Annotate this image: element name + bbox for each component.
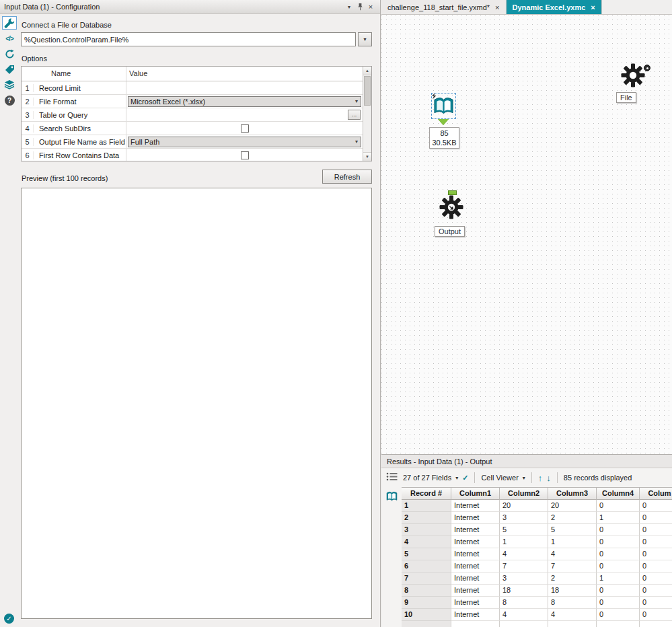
option-row-number: 4: [22, 124, 34, 133]
apply-check-icon[interactable]: ✓: [462, 474, 468, 482]
input-anchor-icon[interactable]: [448, 190, 457, 195]
option-checkbox[interactable]: [241, 151, 249, 159]
xml-view-icon[interactable]: </>: [2, 32, 17, 45]
option-name: Output File Name as Field: [34, 138, 126, 146]
results-column-header[interactable]: Column4: [597, 488, 640, 500]
options-row[interactable]: 1Record Limit: [22, 81, 363, 95]
layers-tab-icon[interactable]: [2, 78, 17, 91]
document-tab-bar: challenge_118_start_file.yxmd* × Dynamic…: [381, 0, 672, 15]
results-row[interactable]: 10Internet4400: [402, 609, 672, 621]
data-cell: 0: [640, 609, 672, 621]
data-cell: 0: [640, 536, 672, 548]
configuration-panel-title: Input Data (1) - Configuration: [4, 3, 344, 11]
options-row[interactable]: 4Search SubDirs: [22, 122, 363, 135]
options-row[interactable]: 6First Row Contains Data: [22, 149, 363, 161]
results-row[interactable]: 7Internet3210: [402, 573, 672, 585]
results-column-header[interactable]: Record #: [402, 488, 451, 500]
results-column-header[interactable]: Colum: [640, 488, 672, 500]
arrow-up-icon[interactable]: ↑: [538, 473, 543, 483]
preview-label: Preview (first 100 records): [22, 174, 322, 182]
results-row[interactable]: 4Internet1100: [402, 536, 672, 548]
input-data-mini-icon[interactable]: [386, 490, 398, 501]
fields-summary[interactable]: 27 of 27 Fields: [403, 474, 451, 482]
panel-menu-caret-icon[interactable]: ▾: [344, 1, 354, 12]
results-row-partial[interactable]: [402, 621, 672, 627]
option-value-cell[interactable]: Microsoft Excel (*.xlsx)▾: [126, 95, 363, 108]
close-tab-icon[interactable]: ×: [495, 3, 499, 11]
tab-challenge-workflow[interactable]: challenge_118_start_file.yxmd* ×: [381, 0, 507, 14]
data-cell: 1: [597, 512, 640, 524]
results-column-header[interactable]: Column1: [451, 488, 500, 500]
annotation-line-2: 30.5KB: [430, 138, 459, 147]
option-value-cell[interactable]: ...: [126, 108, 363, 121]
scroll-up-icon[interactable]: ▲: [363, 67, 371, 75]
results-row[interactable]: 2Internet3210: [402, 512, 672, 524]
results-row[interactable]: 5Internet4400: [402, 548, 672, 560]
option-checkbox[interactable]: [241, 124, 249, 133]
option-dropdown[interactable]: Full Path▾: [128, 137, 361, 147]
results-column-header[interactable]: Column3: [548, 488, 597, 500]
option-value-cell[interactable]: [126, 149, 363, 161]
file-path-input[interactable]: %Question.ControlParam.File%: [21, 32, 356, 46]
scrollbar-thumb[interactable]: [364, 76, 371, 106]
data-cell: 0: [597, 585, 640, 597]
toolbar-separator: [474, 472, 475, 483]
results-row[interactable]: 1Internet202000: [402, 500, 672, 512]
options-row[interactable]: 2File FormatMicrosoft Excel (*.xlsx)▾: [22, 95, 363, 108]
configuration-panel: Input Data (1) - Configuration ▾ × </>: [0, 0, 381, 627]
results-row[interactable]: 3Internet5500: [402, 524, 672, 536]
annotation-line-1: 85: [430, 128, 459, 138]
fields-dropdown-caret-icon[interactable]: ▾: [455, 475, 458, 481]
control-parameter-tool[interactable]: [621, 63, 648, 89]
options-scrollbar[interactable]: ▲ ▼: [363, 67, 371, 161]
tab-dynamic-excel-macro[interactable]: Dynamic Excel.yxmc ×: [507, 0, 602, 14]
data-cell: 1: [500, 536, 548, 548]
record-number-cell: 5: [402, 548, 451, 560]
annotation-tab-icon[interactable]: [2, 63, 17, 76]
option-name: Table or Query: [34, 111, 126, 119]
workflow-canvas[interactable]: File 85 30.5KB Output: [381, 15, 672, 454]
results-row[interactable]: 6Internet7700: [402, 560, 672, 573]
scroll-down-icon[interactable]: ▼: [363, 152, 371, 161]
browse-button[interactable]: ...: [348, 110, 361, 120]
record-number-cell: 8: [402, 585, 451, 597]
field-list-icon[interactable]: [386, 472, 398, 481]
refresh-button[interactable]: Refresh: [322, 170, 372, 184]
file-dropdown-button[interactable]: ▾: [358, 32, 372, 46]
data-cell: Internet: [451, 573, 500, 585]
chevron-down-icon: ▾: [355, 98, 359, 104]
lightning-anchor-icon: [431, 93, 437, 100]
option-dropdown[interactable]: Microsoft Excel (*.xlsx)▾: [128, 96, 361, 107]
output-anchor-icon[interactable]: [438, 119, 449, 125]
cell-viewer-caret-icon[interactable]: ▾: [523, 475, 525, 481]
pin-icon[interactable]: [354, 1, 365, 12]
options-name-header: Name: [34, 67, 126, 81]
check-icon: ✓: [6, 615, 11, 622]
results-column-header[interactable]: Column2: [500, 488, 548, 500]
record-number-cell: 9: [402, 597, 451, 609]
data-cell: 0: [597, 536, 640, 548]
macro-output-tool[interactable]: [439, 195, 463, 219]
workflow-dependencies-icon[interactable]: [2, 47, 17, 61]
results-row[interactable]: 8Internet181800: [402, 585, 672, 597]
option-name: Record Limit: [34, 84, 126, 92]
option-value-cell[interactable]: Full Path▾: [126, 135, 363, 148]
help-tab-icon[interactable]: ?: [2, 94, 17, 107]
results-panel-header[interactable]: Results - Input Data (1) - Output: [381, 455, 672, 468]
cell-viewer-label[interactable]: Cell Viewer: [481, 474, 518, 482]
arrow-down-icon[interactable]: ↓: [546, 473, 551, 483]
option-row-number: 2: [22, 98, 34, 106]
close-tab-icon[interactable]: ×: [591, 3, 595, 11]
gear-icon: [621, 63, 645, 87]
results-row[interactable]: 9Internet8800: [402, 597, 672, 609]
data-cell: Internet: [451, 585, 500, 597]
tool-annotation[interactable]: 85 30.5KB: [429, 127, 459, 149]
tab-label: Dynamic Excel.yxmc: [513, 3, 586, 11]
option-value-cell[interactable]: [126, 81, 363, 94]
options-row[interactable]: 3Table or Query...: [22, 108, 363, 122]
input-data-tool[interactable]: [431, 93, 456, 119]
options-row[interactable]: 5Output File Name as FieldFull Path▾: [22, 135, 363, 149]
configuration-tab-icon[interactable]: [2, 16, 17, 30]
option-value-cell[interactable]: [126, 122, 363, 135]
close-panel-icon[interactable]: ×: [365, 1, 376, 12]
